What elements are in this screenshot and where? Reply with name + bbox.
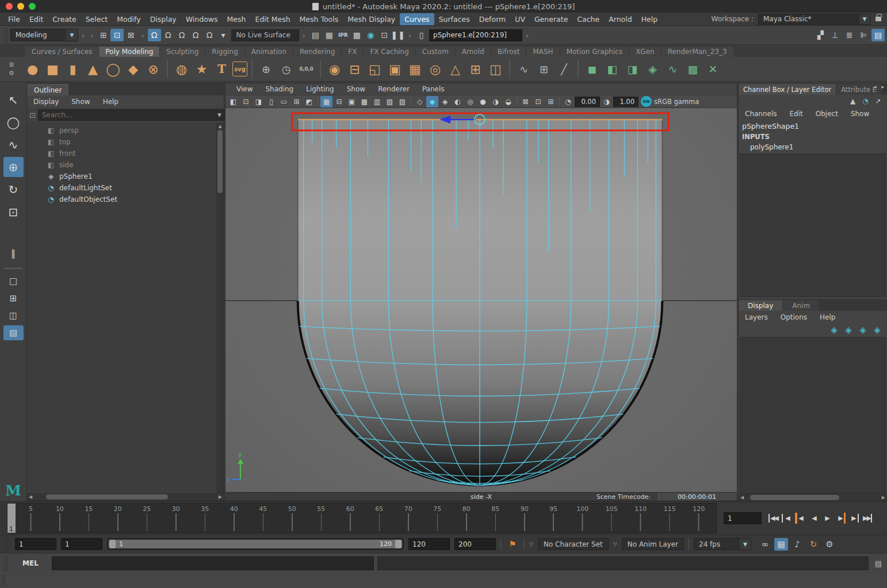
current-frame-marker[interactable]: 1 (7, 504, 16, 533)
render-view-icon[interactable]: ▤ (309, 29, 322, 41)
rangebar-grip[interactable] (5, 537, 9, 551)
two-d-pan-zoom-icon[interactable]: ⊞ (290, 96, 303, 107)
camera-attributes-icon[interactable]: ◨ (253, 96, 265, 107)
vp-menu-panels[interactable]: Panels (416, 85, 451, 93)
fill-hole-icon[interactable]: ▣ (385, 59, 404, 79)
layers-menu-layers[interactable]: Layers (739, 313, 774, 321)
layout-four-pane-button[interactable]: ⊞ (3, 291, 24, 306)
cached-playback-icon[interactable]: ↻ (806, 538, 820, 551)
shelf-tab-mash[interactable]: MASH (526, 47, 560, 57)
menu-deform[interactable]: Deform (475, 13, 510, 25)
menu-surfaces[interactable]: Surfaces (434, 13, 475, 25)
boolean-intersection-icon[interactable]: ◨ (623, 59, 642, 79)
loop-playback-icon[interactable]: ∞ (758, 538, 772, 551)
layers-menu-options[interactable]: Options (774, 313, 813, 321)
scale-tool[interactable]: ⊡ (3, 202, 24, 222)
outliner-item-front[interactable]: ◧ front (27, 148, 216, 159)
triangulate-icon[interactable]: △ (446, 59, 465, 79)
outliner-horizontal-scrollbar[interactable]: ◀ ▶ (27, 493, 224, 501)
layout-outliner-persp-button[interactable]: ▤ (3, 325, 24, 340)
channelbox-menu-channels[interactable]: Channels (739, 110, 783, 118)
previous-key-button[interactable]: ◀ (794, 513, 806, 524)
channelbox-menu-object[interactable]: Object (809, 110, 844, 118)
speed-state-icon[interactable]: ◔ (860, 96, 871, 106)
menu-curves[interactable]: Curves (400, 13, 434, 25)
construction-aim-icon[interactable]: ⊕ (257, 59, 276, 79)
gamma-value[interactable]: 1.00 (613, 97, 639, 107)
shelf-tab-animation[interactable]: Animation (245, 47, 293, 57)
filter-icon[interactable]: ⊡ (29, 111, 36, 120)
lattice-icon[interactable]: ⊞ (534, 59, 553, 79)
timeline-ruler[interactable]: 1 5 10 15 20 25 30 35 (7, 503, 717, 533)
film-gate-icon[interactable]: ⊟ (333, 96, 345, 107)
shelf-tab-motion-graphics[interactable]: Motion Graphics (560, 47, 630, 57)
grease-pencil-icon[interactable]: ◩ (303, 96, 315, 107)
quick-render-icon[interactable]: ▦ (323, 29, 336, 41)
safe-title-icon[interactable]: ▨ (396, 96, 408, 107)
poly-torus-icon[interactable]: ◯ (104, 59, 123, 79)
menu-help[interactable]: Help (637, 13, 663, 25)
chevron-down-icon[interactable]: ▼ (859, 14, 870, 24)
search-input[interactable] (38, 109, 228, 121)
script-editor-icon[interactable]: ▤ (872, 559, 885, 568)
layer-move-down-icon[interactable]: ◈ (843, 324, 854, 336)
scroll-up-icon[interactable]: ▲ (218, 122, 221, 130)
outliner-item-psphere1[interactable]: ◈ pSphere1 (27, 171, 216, 182)
channel-display-icon[interactable]: ▲ (847, 96, 858, 106)
channel-graph-icon[interactable]: ↗ (873, 96, 884, 106)
mel-input-field[interactable] (52, 556, 374, 570)
sculpt-pen-icon[interactable]: ╱ (555, 59, 574, 79)
shelf-tab-renderman[interactable]: RenderMan_23_3 (662, 47, 734, 57)
outliner-item-defaultlightset[interactable]: ◔ defaultLightSet (27, 182, 216, 194)
last-tool-icon[interactable]: ‖ (3, 246, 24, 261)
resolution-gate-icon[interactable]: ▣ (346, 96, 358, 107)
outliner-item-top[interactable]: ◧ top (27, 136, 216, 148)
menu-edit[interactable]: Edit (25, 13, 48, 25)
wireframe-on-shaded-icon[interactable]: ◈ (439, 96, 451, 107)
layer-list-area[interactable] (740, 337, 886, 494)
timeslider-grip[interactable] (1, 504, 6, 533)
chevron-down-icon[interactable]: ▽ (529, 541, 533, 547)
snap-to-point-icon[interactable]: Ω (175, 29, 189, 41)
modeling-toolkit-icon[interactable]: ▞ (814, 29, 827, 41)
channel-box-tab[interactable]: Channel Box / Layer Editor (739, 84, 836, 95)
shelf-tab-bifrost[interactable]: Bifrost (491, 47, 527, 57)
group-expander-icon[interactable]: › (88, 31, 95, 40)
chevron-down-icon[interactable]: ▼ (740, 539, 751, 549)
ambient-occlusion-icon[interactable]: ◑ (490, 96, 502, 107)
shelf-tab-sculpting[interactable]: Sculpting (160, 47, 205, 57)
animation-start-field[interactable] (15, 538, 56, 550)
reset-time-icon[interactable]: ◷ (277, 59, 296, 79)
workspace-dropdown[interactable]: Maya Classic* ▼ (758, 14, 870, 25)
quadrangulate-icon[interactable]: ⊞ (466, 59, 485, 79)
vp-menu-lighting[interactable]: Lighting (300, 85, 341, 93)
go-to-start-button[interactable]: ◀◀ (768, 513, 780, 524)
zoom-window-button[interactable] (29, 3, 36, 10)
bevel-icon[interactable]: ◈ (643, 59, 662, 79)
isolate-select-icon[interactable]: ⊡ (532, 96, 544, 107)
exposure-icon[interactable]: ◔ (562, 96, 574, 107)
new-empty-layer-icon[interactable]: ◈ (858, 324, 868, 336)
target-weld-icon[interactable]: ✕ (704, 59, 722, 79)
smooth-icon[interactable]: ◎ (426, 59, 445, 79)
image-plane-icon[interactable]: ▭ (278, 96, 290, 107)
menu-cache[interactable]: Cache (572, 13, 604, 25)
extract-icon[interactable]: ◱ (365, 59, 384, 79)
shelf-tab-rigging[interactable]: Rigging (205, 47, 244, 57)
shaded-mode-icon[interactable]: ◆ (426, 96, 438, 107)
select-by-object-icon[interactable]: ⊡ (110, 29, 124, 41)
bookmark-icon[interactable]: ▯ (265, 96, 277, 107)
lock-workspace-icon[interactable] (875, 17, 881, 21)
select-by-hierarchy-icon[interactable]: ⊞ (97, 29, 110, 41)
step-forward-frame-button[interactable]: ▶ (847, 513, 859, 524)
animation-end-field[interactable] (454, 538, 496, 550)
go-to-end-button[interactable]: ▶▶ (861, 513, 873, 524)
scroll-right-icon[interactable]: ▶ (217, 494, 224, 499)
poly-type-icon[interactable]: T (212, 59, 231, 79)
render-setup-icon[interactable]: ⊡ (378, 29, 391, 41)
gate-mask-icon[interactable]: ▩ (358, 96, 370, 107)
menu-mesh-display[interactable]: Mesh Display (343, 13, 400, 25)
statusline-grip[interactable] (3, 28, 8, 43)
outliner-menu-help[interactable]: Help (97, 98, 125, 106)
poly-cone-icon[interactable]: ▲ (83, 59, 102, 79)
